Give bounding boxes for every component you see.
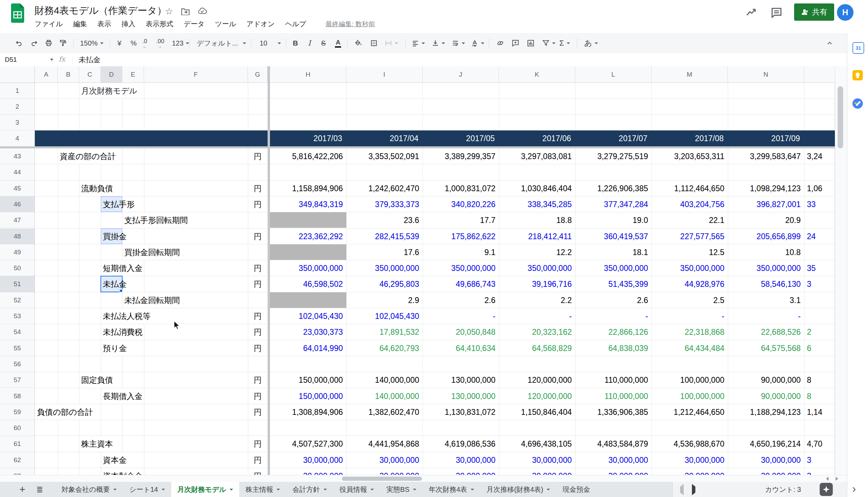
col-header-M[interactable]: M bbox=[652, 66, 728, 83]
cell-M46[interactable]: 403,204,756 bbox=[652, 196, 724, 212]
cell-label-45[interactable]: 流動負債 bbox=[81, 181, 113, 196]
tab-scroll-right-icon[interactable] bbox=[692, 487, 695, 493]
tasks-icon[interactable] bbox=[852, 98, 863, 109]
cell-H54[interactable]: 23,030,373 bbox=[270, 324, 343, 340]
cell-K58[interactable]: 120,000,000 bbox=[499, 388, 572, 404]
cell-partial-43[interactable]: 3,24 bbox=[807, 148, 834, 164]
col-header-partial[interactable] bbox=[804, 66, 835, 83]
cell-partial-46[interactable]: 33 bbox=[807, 196, 834, 212]
row-header-50[interactable]: 50 bbox=[0, 260, 35, 276]
cell-partial-62[interactable]: 3 bbox=[807, 452, 834, 468]
insert-comment-button[interactable] bbox=[512, 37, 519, 49]
cell-N62[interactable]: 30,000,000 bbox=[728, 452, 801, 468]
row-header-59[interactable]: 59 bbox=[0, 404, 35, 420]
cell-K49[interactable]: 12.2 bbox=[499, 244, 572, 260]
cell-label-53[interactable]: 未払法人税等 bbox=[103, 308, 151, 324]
document-title[interactable]: 財務4表モデル（作業データ） bbox=[35, 4, 167, 17]
cell-partial-50[interactable]: 35 bbox=[807, 260, 834, 276]
row-header-60[interactable]: 60 bbox=[0, 420, 35, 436]
tab-menu-caret-icon[interactable] bbox=[370, 489, 374, 490]
scroll-left-icon[interactable] bbox=[826, 477, 829, 481]
row-header-47[interactable]: 47 bbox=[0, 212, 35, 228]
cell-K51[interactable]: 39,196,716 bbox=[499, 276, 572, 292]
sheet-tab-実態BS[interactable]: 実態BS bbox=[380, 482, 423, 497]
row-header-54[interactable]: 54 bbox=[0, 324, 35, 340]
cell-N57[interactable]: 90,000,000 bbox=[728, 372, 801, 388]
cell-I43[interactable]: 3,353,502,091 bbox=[346, 148, 419, 164]
cell-L58[interactable]: 110,000,000 bbox=[575, 388, 648, 404]
cell-M54[interactable]: 22,318,868 bbox=[652, 324, 724, 340]
font-select[interactable]: デフォルト... bbox=[197, 37, 246, 49]
tab-menu-caret-icon[interactable] bbox=[162, 489, 165, 490]
add-sheet-button[interactable]: + bbox=[19, 482, 26, 497]
row-header-57[interactable]: 57 bbox=[0, 372, 35, 388]
cell-L54[interactable]: 22,866,126 bbox=[575, 324, 648, 340]
cell-L49[interactable]: 18.1 bbox=[575, 244, 648, 260]
cell-N63[interactable]: 30,000,000 bbox=[728, 468, 801, 475]
cell-unit-53[interactable]: 円 bbox=[248, 308, 268, 324]
cell-unit-50[interactable]: 円 bbox=[248, 260, 268, 276]
cell-label-52[interactable]: 未払金回転期間 bbox=[124, 292, 180, 308]
cell-J58[interactable]: 130,000,000 bbox=[423, 388, 495, 404]
all-sheets-icon[interactable] bbox=[36, 486, 44, 493]
cell-I62[interactable]: 30,000,000 bbox=[346, 452, 419, 468]
cell-unit-58[interactable]: 円 bbox=[248, 388, 268, 404]
tab-menu-caret-icon[interactable] bbox=[471, 489, 474, 490]
font-size-select[interactable]: 10 bbox=[260, 37, 281, 49]
date-cell-2017/05[interactable]: 2017/05 bbox=[423, 130, 495, 146]
cell-partial-55[interactable]: 6 bbox=[807, 340, 834, 356]
cell-I50[interactable]: 350,000,000 bbox=[346, 260, 419, 276]
text-color-button[interactable]: A bbox=[335, 37, 341, 49]
row-header-62[interactable]: 62 bbox=[0, 452, 35, 468]
cell-label-62[interactable]: 資本金 bbox=[103, 452, 127, 468]
horizontal-scrollbar-thumb[interactable] bbox=[342, 477, 422, 481]
cell-N47[interactable]: 20.9 bbox=[728, 212, 801, 228]
cell-unit-62[interactable]: 円 bbox=[248, 452, 268, 468]
row-header-48[interactable]: 48 bbox=[0, 228, 35, 244]
decrease-decimal-button[interactable]: .0← bbox=[142, 37, 147, 49]
cell-I53[interactable]: 102,045,430 bbox=[346, 308, 419, 324]
menu-ツール[interactable]: ツール bbox=[215, 19, 236, 29]
tab-menu-caret-icon[interactable] bbox=[413, 489, 416, 490]
cell-H50[interactable]: 350,000,000 bbox=[270, 260, 343, 276]
cell-M45[interactable]: 1,112,464,650 bbox=[652, 181, 724, 196]
cell-K59[interactable]: 1,150,846,404 bbox=[499, 404, 572, 420]
star-icon[interactable]: ☆ bbox=[165, 6, 173, 17]
input-tools-button[interactable]: あ bbox=[584, 37, 598, 49]
cell-M61[interactable]: 4,536,988,670 bbox=[652, 436, 724, 452]
cell-label-43[interactable]: 資産の部の合計 bbox=[60, 148, 116, 164]
cell-J52[interactable]: 2.6 bbox=[423, 292, 495, 308]
cell-J48[interactable]: 175,862,622 bbox=[423, 228, 495, 244]
cell-N46[interactable]: 396,827,001 bbox=[728, 196, 801, 212]
menu-アドオン[interactable]: アドオン bbox=[247, 19, 275, 29]
cell-N61[interactable]: 4,650,196,214 bbox=[728, 436, 801, 452]
cell-label-54[interactable]: 未払消費税 bbox=[103, 324, 143, 340]
sheet-tab-対象会社の概要[interactable]: 対象会社の概要 bbox=[55, 482, 123, 497]
cell-label-47[interactable]: 支払手形回転期間 bbox=[124, 212, 188, 228]
col-header-B[interactable]: B bbox=[58, 66, 79, 83]
format-percent-button[interactable]: % bbox=[131, 37, 137, 49]
cell-L52[interactable]: 2.6 bbox=[575, 292, 648, 308]
filter-button[interactable] bbox=[542, 37, 556, 49]
calendar-icon[interactable]: 31 bbox=[852, 42, 864, 54]
cell-H45[interactable]: 1,158,894,906 bbox=[270, 181, 343, 196]
row-header-44[interactable]: 44 bbox=[0, 164, 35, 180]
cell-K50[interactable]: 350,000,000 bbox=[499, 260, 572, 276]
vertical-align-button[interactable] bbox=[432, 37, 445, 49]
cell-N43[interactable]: 3,299,583,647 bbox=[728, 148, 801, 164]
menu-表示[interactable]: 表示 bbox=[97, 19, 111, 29]
cell-H52-gray[interactable] bbox=[270, 292, 346, 308]
sheet-tab-現金預金[interactable]: 現金預金 bbox=[556, 482, 596, 497]
avatar[interactable]: H bbox=[837, 4, 853, 21]
cell-label-58[interactable]: 長期借入金 bbox=[103, 388, 143, 404]
cell-L53[interactable]: - bbox=[575, 308, 648, 324]
date-cell-2017/06[interactable]: 2017/06 bbox=[499, 130, 571, 146]
cell-label-46[interactable]: 支払手形 bbox=[103, 196, 135, 212]
cell-L55[interactable]: 64,838,039 bbox=[575, 340, 648, 356]
cell-I52[interactable]: 2.9 bbox=[346, 292, 419, 308]
cell-H57[interactable]: 150,000,000 bbox=[270, 372, 343, 388]
col-header-A[interactable]: A bbox=[35, 66, 58, 83]
cloud-saved-icon[interactable] bbox=[197, 7, 207, 15]
cell-N53[interactable]: - bbox=[728, 308, 801, 324]
cell-label-51[interactable]: 未払金 bbox=[103, 276, 127, 292]
